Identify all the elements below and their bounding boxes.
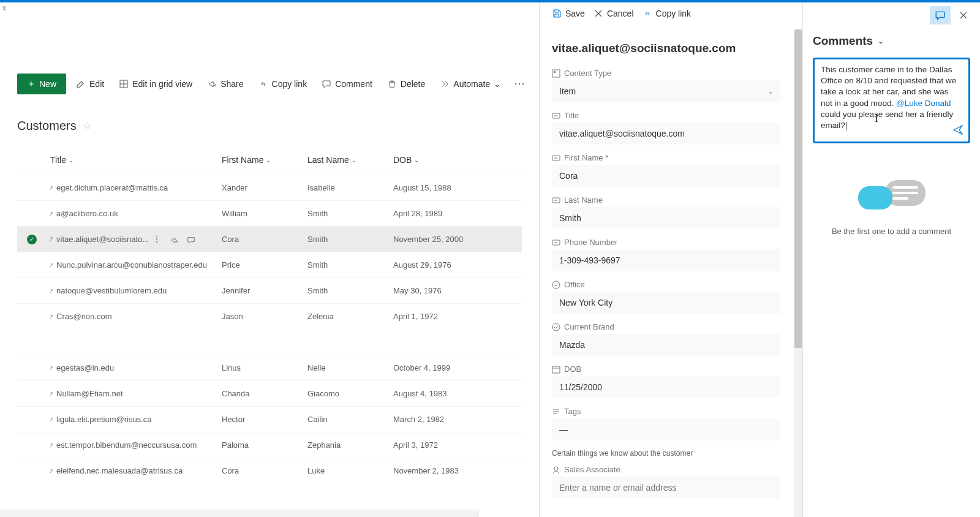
row-cell: Isabelle <box>307 183 393 192</box>
row-more-icon[interactable]: ⋮ <box>153 234 161 244</box>
row-title[interactable]: ↗ligula.elit.pretium@risus.ca <box>50 415 222 424</box>
field-label-dob: DOB <box>564 364 581 374</box>
row-title[interactable]: ↗eleifend.nec.malesuada@atrisus.ca <box>50 466 222 475</box>
table-row[interactable]: ↗Cras@non.comJasonZeleniaApril 1, 1972 <box>17 303 522 329</box>
link-indicator-icon: ↗ <box>48 287 55 295</box>
send-button[interactable] <box>952 124 963 138</box>
comments-heading[interactable]: Comments ⌄ <box>813 34 970 48</box>
save-icon <box>552 9 562 18</box>
row-title[interactable]: ↗est.tempor.bibendum@neccursusa.com <box>50 440 222 450</box>
automate-button[interactable]: Automate ⌄ <box>435 75 506 92</box>
row-title[interactable]: ↗vitae.aliquet@sociisnato...⋮ <box>50 234 222 244</box>
text-icon <box>552 111 560 120</box>
row-title[interactable]: ↗Nunc.pulvinar.arcu@conubianostraper.edu <box>50 260 222 270</box>
sales-associate-input[interactable] <box>552 477 780 499</box>
lastname-input[interactable] <box>552 207 780 229</box>
svg-rect-3 <box>552 70 560 77</box>
table-row[interactable]: ↗natoque@vestibulumlorem.eduJenniferSmit… <box>17 277 522 303</box>
column-header-title[interactable]: Title⌄ <box>50 155 222 165</box>
title-input[interactable] <box>552 123 780 145</box>
share-button[interactable]: Share <box>202 75 248 92</box>
row-comment-icon[interactable] <box>187 234 195 244</box>
row-cell: April 1, 1972 <box>393 312 491 321</box>
delete-button[interactable]: Delete <box>382 75 430 92</box>
row-title[interactable]: ↗a@aclibero.co.uk <box>50 209 222 218</box>
list-toolbar: ＋ New Edit Edit in grid view Share Copy … <box>17 74 522 94</box>
row-title[interactable]: ↗egestas@in.edu <box>50 363 222 372</box>
field-label-title: Title <box>564 111 579 120</box>
comment-input[interactable]: This customer came in to the Dallas Offi… <box>813 58 970 143</box>
link-indicator-icon: ↗ <box>48 210 55 217</box>
save-button[interactable]: Save <box>552 9 585 18</box>
horizontal-scrollbar[interactable] <box>0 510 479 517</box>
row-cell: August 29, 1976 <box>393 260 491 270</box>
new-button-label: New <box>39 79 56 89</box>
link-indicator-icon: ↗ <box>48 467 55 475</box>
text-icon <box>552 196 560 205</box>
firstname-input[interactable] <box>552 165 780 187</box>
comment-button[interactable]: Comment <box>317 75 377 92</box>
chevron-down-icon: ⌄ <box>768 88 773 95</box>
content-type-icon <box>552 69 560 78</box>
row-cell: Xander <box>222 183 307 192</box>
new-button[interactable]: ＋ New <box>17 74 66 94</box>
text-icon <box>552 154 560 162</box>
row-cell: May 30, 1976 <box>393 286 491 295</box>
brand-input[interactable] <box>552 334 780 356</box>
trash-icon <box>387 79 397 89</box>
cancel-button[interactable]: Cancel <box>594 9 634 18</box>
row-title[interactable]: ↗Cras@non.com <box>50 312 222 321</box>
copy-link-button[interactable]: Copy link <box>254 75 312 92</box>
edit-grid-button[interactable]: Edit in grid view <box>114 75 197 92</box>
text-cursor-icon: I <box>875 112 878 125</box>
detail-scrollbar[interactable] <box>794 29 802 517</box>
calendar-icon <box>552 365 560 374</box>
table-row[interactable]: ↗ligula.elit.pretium@risus.caHectorCaili… <box>17 406 522 432</box>
comments-panel: Comments ⌄ This customer came in to the … <box>802 2 980 517</box>
edit-button[interactable]: Edit <box>71 75 109 92</box>
dob-input[interactable] <box>552 376 780 398</box>
row-title[interactable]: ↗Nullam@Etiam.net <box>50 389 222 398</box>
detail-copy-link-button[interactable]: Copy link <box>643 9 692 18</box>
table-row[interactable]: ✓↗vitae.aliquet@sociisnato...⋮CoraSmithN… <box>17 226 522 252</box>
share-icon <box>207 79 217 89</box>
section-note: Certain things we know about the custome… <box>552 449 780 458</box>
detail-panel: Save Cancel Copy link vitae.aliquet@soci… <box>539 2 802 517</box>
close-panel-button[interactable] <box>953 6 974 25</box>
favorite-star-icon[interactable]: ☆ <box>83 120 91 132</box>
table-row[interactable]: ↗est.tempor.bibendum@neccursusa.comPalom… <box>17 432 522 458</box>
table-row[interactable]: ↗Nunc.pulvinar.arcu@conubianostraper.edu… <box>17 252 522 277</box>
table-row[interactable]: ↗a@aclibero.co.ukWilliamSmithApril 28, 1… <box>17 200 522 226</box>
table-row[interactable]: ↗eget.dictum.placerat@mattis.caXanderIsa… <box>17 175 522 200</box>
column-header-firstname[interactable]: First Name⌄ <box>222 155 307 165</box>
choice-icon <box>552 323 560 331</box>
column-header-lastname[interactable]: Last Name⌄ <box>307 155 393 165</box>
row-title[interactable]: ↗eget.dictum.placerat@mattis.ca <box>50 183 222 192</box>
field-label-content-type: Content Type <box>564 69 611 78</box>
field-label-sales-associate: Sales Associate <box>564 465 620 474</box>
list-title: Customers <box>17 119 77 133</box>
link-indicator-icon: ↗ <box>48 364 55 372</box>
row-title[interactable]: ↗natoque@vestibulumlorem.edu <box>50 286 222 295</box>
table-row[interactable]: ↗egestas@in.eduLinusNelleOctober 4, 1999 <box>17 355 522 380</box>
mention[interactable]: @Luke Donald <box>896 99 951 108</box>
row-share-icon[interactable] <box>170 234 178 244</box>
tag-icon <box>552 407 560 416</box>
row-cell: Smith <box>307 209 393 218</box>
text-caret <box>846 122 846 130</box>
table-row[interactable]: ↗eleifend.nec.malesuada@atrisus.caCoraLu… <box>17 458 522 483</box>
table-row[interactable]: ↗Nullam@Etiam.netChandaGiacomoAugust 4, … <box>17 380 522 406</box>
office-input[interactable] <box>552 292 780 314</box>
more-actions-button[interactable]: ··· <box>511 79 529 89</box>
chevron-down-icon: ⌄ <box>414 157 419 164</box>
row-cell: October 4, 1999 <box>393 363 491 372</box>
svg-point-20 <box>554 467 558 470</box>
svg-rect-4 <box>554 71 556 73</box>
column-header-dob[interactable]: DOB⌄ <box>393 155 491 165</box>
tags-input[interactable]: — <box>552 418 780 440</box>
phone-input[interactable] <box>552 249 780 271</box>
content-type-select[interactable]: Item⌄ <box>552 80 780 102</box>
row-cell: Cora <box>222 235 307 244</box>
grid-icon <box>119 79 129 89</box>
comments-toggle-button[interactable] <box>930 6 951 25</box>
